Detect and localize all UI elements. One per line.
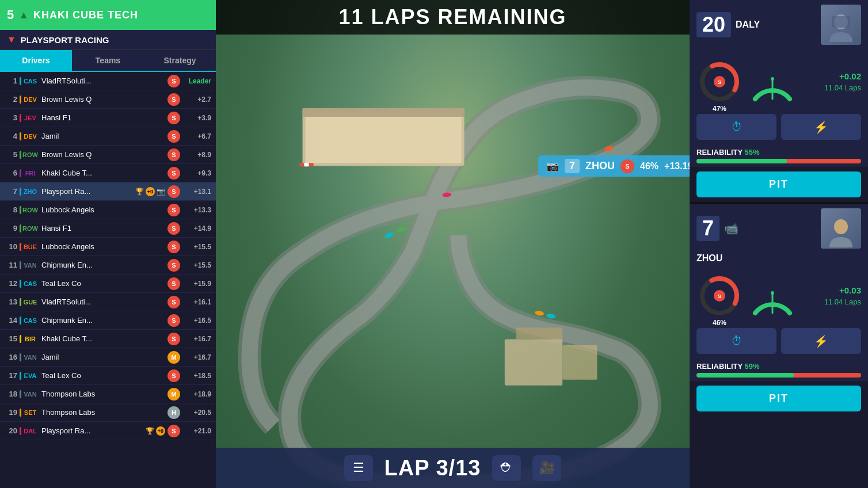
team-tag: ROW <box>20 151 39 159</box>
driver-name: Lubbock Angels <box>41 242 165 251</box>
track-background: 📷 7 ZHOU S 46% +13.199 <box>216 0 690 488</box>
driver-row[interactable]: 13 GUE VladRTSoluti... S +16.1 <box>0 293 216 311</box>
driver-row[interactable]: 6 FRI Khaki Cube T... S +9.3 <box>0 164 216 182</box>
driver-row[interactable]: 12 CAS Teal Lex Co S +15.9 <box>0 274 216 293</box>
driver-row[interactable]: 5 ROW Brown Lewis Q S +8.9 <box>0 146 216 164</box>
zhou-fuel-delta: +0.03 <box>802 285 861 295</box>
driver-card-header-daly: 20 DALY <box>696 5 861 45</box>
gap-text: +21.0 <box>182 427 211 435</box>
daly-gauge-section: S 47% +0.02 11.04 Laps <box>690 54 868 109</box>
svg-rect-8 <box>309 163 314 166</box>
arrow-up-icon: ▲ <box>18 9 29 21</box>
svg-point-28 <box>771 291 774 295</box>
driver-row[interactable]: 7 ZHO Playsport Ra... 🏆 +0 📷 S +13.1 <box>0 182 216 201</box>
driver-card-daly: 20 DALY <box>690 0 868 54</box>
gap-text: +3.9 <box>182 114 211 122</box>
driver-row[interactable]: 18 VAN Thompson Labs M +18.9 <box>0 385 216 403</box>
hud-driver-name: ZHOU <box>585 160 615 172</box>
daly-pit-button[interactable]: PIT <box>696 171 861 197</box>
team-tag: FRI <box>20 169 39 177</box>
driver-row[interactable]: 1 CAS VladRTSoluti... S Leader <box>0 72 216 90</box>
menu-button[interactable]: ☰ <box>344 455 373 481</box>
zhou-reliability-bar-bg <box>696 373 861 378</box>
camera-button[interactable]: 🎥 <box>532 455 561 481</box>
svg-rect-7 <box>304 163 309 166</box>
gap-text: +18.5 <box>182 372 211 380</box>
daly-reliability-bar-bg <box>696 159 861 163</box>
svg-text:S: S <box>718 293 721 299</box>
gap-text: +18.9 <box>182 390 211 398</box>
tire-badge: S <box>167 204 180 216</box>
playsport-label: PLAYSPORT RACING <box>21 35 109 45</box>
team-tag: GUE <box>20 298 39 306</box>
driver-row[interactable]: 20 DAL Playsport Ra... 🏆 +0 S +21.0 <box>0 422 216 440</box>
team-tag: ZHO <box>20 188 39 196</box>
row-extras: 🏆 +0 <box>146 426 165 436</box>
driver-row[interactable]: 8 ROW Lubbock Angels S +13.3 <box>0 201 216 219</box>
svg-rect-3 <box>505 339 562 385</box>
daly-fuel-info: +0.02 11.04 Laps <box>802 71 861 92</box>
tire-badge: S <box>167 75 180 87</box>
team-tag: CAS <box>20 77 39 85</box>
daly-name: DALY <box>736 20 760 30</box>
zhou-pit-button[interactable]: PIT <box>696 386 861 411</box>
driver-row[interactable]: 19 SET Thompson Labs H +20.5 <box>0 403 216 422</box>
tab-strategy[interactable]: Strategy <box>144 50 216 71</box>
position-number: 13 <box>5 298 17 306</box>
camera-icon: 🎥 <box>539 460 555 475</box>
driver-row[interactable]: 10 BUE Lubbock Angels S +15.5 <box>0 238 216 256</box>
zhou-boost-button[interactable]: ⚡ <box>781 328 861 354</box>
tire-badge: S <box>167 369 180 382</box>
zhou-portrait <box>821 208 861 249</box>
driver-name: Hansi F1 <box>41 113 165 122</box>
tab-teams[interactable]: Teams <box>72 50 144 71</box>
svg-rect-6 <box>300 163 304 166</box>
driver-row[interactable]: 11 VAN Chipmunk En... S +15.5 <box>0 256 216 274</box>
position-number: 20 <box>5 426 17 435</box>
zhou-gauge-section: S 46% +0.03 11.04 Laps <box>690 268 868 323</box>
driver-row[interactable]: 4 DEV Jamil S +6.7 <box>0 127 216 146</box>
daly-tire-gauge: S 47% <box>696 59 743 105</box>
daly-portrait <box>821 5 861 45</box>
gap-text: +15.5 <box>182 261 211 269</box>
helmet-button[interactable]: ⛑ <box>492 455 521 481</box>
tab-drivers[interactable]: Drivers <box>0 50 72 71</box>
svg-point-11 <box>546 313 556 319</box>
svg-point-22 <box>771 77 774 81</box>
tire-badge: S <box>167 148 180 161</box>
zhou-reliability-bar-fill <box>696 373 794 378</box>
zhou-reliability-label: RELIABILITY 59% <box>696 362 861 371</box>
gap-text: +16.1 <box>182 298 211 306</box>
menu-icon: ☰ <box>353 460 364 475</box>
gap-text: +13.3 <box>182 206 211 214</box>
position-number: 18 <box>5 390 17 398</box>
tire-badge: M <box>167 388 180 401</box>
driver-row[interactable]: 14 CAS Chipmunk En... S +16.5 <box>0 311 216 330</box>
driver-card-zhou: 7 📹 ZHOU <box>690 204 868 268</box>
zhou-number: 7 <box>696 216 719 241</box>
zhou-speed-button[interactable]: ⏱ <box>696 328 776 354</box>
daly-speed-button[interactable]: ⏱ <box>696 114 776 140</box>
driver-row[interactable]: 17 EVA Teal Lex Co S +18.5 <box>0 367 216 385</box>
driver-name: Chipmunk En... <box>41 261 165 269</box>
driver-row[interactable]: 2 DEV Brown Lewis Q S +2.7 <box>0 90 216 109</box>
tab-bar: Drivers Teams Strategy <box>0 50 216 72</box>
svg-point-10 <box>395 226 406 233</box>
lightning-icon-2: ⚡ <box>814 334 828 348</box>
gap-text: Leader <box>182 77 211 85</box>
driver-row[interactable]: 9 ROW Hansi F1 S +14.9 <box>0 219 216 238</box>
tire-badge: H <box>167 406 180 419</box>
tire-badge: S <box>167 167 180 180</box>
team-tag: VAN <box>20 261 39 269</box>
driver-row[interactable]: 15 BIR Khaki Cube T... S +16.7 <box>0 330 216 348</box>
bonus-badge: +0 <box>146 187 155 196</box>
right-panel: 20 DALY S <box>690 0 868 488</box>
trophy-icon: 🏆 <box>135 188 144 196</box>
team-tag: CAS <box>20 280 39 288</box>
driver-row[interactable]: 3 JEV Hansi F1 S +3.9 <box>0 109 216 127</box>
driver-name: Khaki Cube T... <box>41 169 165 177</box>
tire-badge: S <box>167 314 180 327</box>
daly-boost-button[interactable]: ⚡ <box>781 114 861 140</box>
driver-row[interactable]: 16 VAN Jamil M +16.7 <box>0 348 216 367</box>
position-badge: 5 <box>7 7 14 22</box>
